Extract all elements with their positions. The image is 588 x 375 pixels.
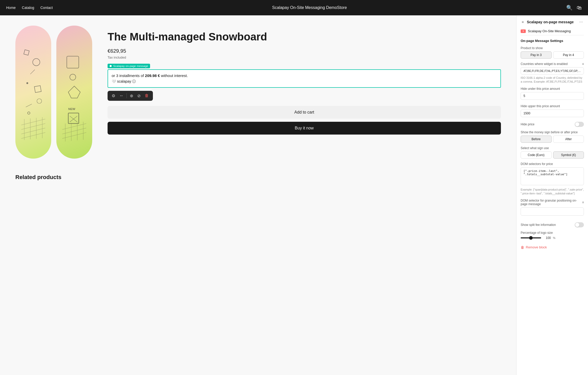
right-panel: ≡ Scalapay on-page message ⋯ S Scalapay … (516, 15, 588, 375)
sign-group: Code (Euro) Symbol (€) (521, 151, 584, 159)
product-to-show-label: Product to show (521, 46, 584, 50)
toolbar-settings-icon[interactable]: ⚙ (110, 92, 117, 99)
show-split-fee-toggle[interactable] (575, 222, 584, 227)
nav-home[interactable]: Home (6, 6, 16, 10)
product-to-show-section: Product to show Pay in 3 Pay in 4 (521, 46, 584, 59)
top-navigation: Home Catalog Contact Scalapay On-Site Me… (0, 0, 588, 15)
scalapay-badge-container: Scalapay on-page message or 3 installmen… (108, 63, 501, 88)
remove-block-label: Remove block (526, 245, 547, 249)
product-title: The Multi-managed Snowboard (108, 31, 501, 43)
hide-upper-section: Hide upper this price amount (521, 104, 584, 119)
symbol-euro-button[interactable]: Symbol (€) (553, 151, 584, 159)
panel-title: Scalapay on-page message (527, 20, 574, 24)
installment-amount: 209.98 € (145, 73, 160, 78)
hide-under-input[interactable] (521, 92, 584, 100)
snowboard-decal-1 (15, 26, 51, 159)
dom-granular-icon: ≡ (582, 201, 584, 204)
product-images: NEW (15, 26, 92, 159)
toolbar-delete-icon[interactable]: 🗑 (143, 92, 150, 99)
product-details: The Multi-managed Snowboard €629,95 Tax … (108, 26, 501, 135)
related-products-title: Related products (15, 174, 501, 181)
hide-price-toggle[interactable] (575, 122, 584, 127)
money-sign-section: Show the money sign before or after pric… (521, 130, 584, 143)
hide-upper-label: Hide upper this price amount (521, 104, 584, 108)
logo-size-slider[interactable] (521, 237, 541, 238)
logo-size-section: Percentage of logo size 100 % (521, 231, 584, 240)
search-icon[interactable]: 🔍 (566, 5, 573, 11)
scalapay-info-icon[interactable]: ⓘ (132, 79, 136, 84)
snowboard-image-2: NEW (56, 26, 92, 159)
store-content: NEW (0, 15, 516, 375)
plugin-logo: S (521, 29, 526, 33)
money-before-button[interactable]: Before (521, 136, 552, 143)
svg-rect-4 (34, 86, 41, 93)
dom-granular-input[interactable] (521, 207, 584, 216)
svg-point-3 (26, 82, 28, 84)
panel-header-left: ≡ Scalapay on-page message (521, 19, 574, 25)
plugin-name: Scalapay On-Site Messaging (528, 29, 571, 33)
svg-rect-0 (24, 50, 29, 55)
scalapay-brand: scalapay (117, 79, 131, 84)
hide-upper-input[interactable] (521, 109, 584, 117)
nav-links: Home Catalog Contact (6, 6, 53, 10)
nav-catalog[interactable]: Catalog (22, 6, 34, 10)
section-heading: On-page Message Settings (521, 39, 584, 43)
product-area: NEW (15, 26, 501, 159)
snowboard-image-1 (15, 26, 51, 159)
svg-line-9 (21, 124, 45, 129)
show-split-fee-label: Show split fee information (521, 223, 556, 227)
hide-price-row: Hide price (521, 122, 584, 127)
panel-database-icon[interactable]: ≡ (521, 19, 525, 25)
svg-point-1 (33, 59, 40, 66)
product-price: €629,95 (108, 48, 501, 54)
scalapay-heart: 🤍 (112, 79, 116, 84)
add-to-cart-button[interactable]: Add to cart (108, 106, 501, 119)
svg-line-25 (62, 133, 86, 138)
dom-selectors-section: DOM selectors for price [".price-item--l… (521, 162, 584, 196)
toolbar-copy-icon[interactable]: ⊕ (128, 92, 135, 99)
panel-more-icon[interactable]: ⋯ (578, 19, 584, 25)
toolbar-separator (127, 93, 127, 98)
installment-text: or 3 installments of (112, 73, 145, 78)
show-split-fee-row: Show split fee information (521, 222, 584, 227)
toolbar-resize-icon[interactable]: ↔ (118, 92, 125, 99)
scalapay-badge-dot (110, 65, 112, 67)
dom-granular-label: DOM selector for granular positioning on… (521, 199, 584, 206)
countries-hint: ISO 3166-1 alpha-2 code of Country, deli… (521, 76, 584, 84)
dom-selectors-hint: Example: ["span[data-product-price]", ".… (521, 188, 584, 196)
plugin-row: S Scalapay On-Site Messaging (521, 27, 584, 35)
svg-line-2 (30, 70, 35, 74)
countries-input[interactable] (521, 67, 584, 74)
logo-size-slider-row: 100 % (521, 236, 584, 240)
svg-text:NEW: NEW (68, 107, 76, 111)
toolbar-disable-icon[interactable]: ⊘ (136, 92, 142, 99)
remove-block-button[interactable]: 🗑 Remove block (521, 243, 547, 251)
dom-selectors-label: DOM selectors for price (521, 162, 584, 166)
hide-price-toggle-knob (575, 122, 579, 126)
svg-point-7 (28, 112, 30, 114)
hide-under-label: Hide under this price amount (521, 87, 584, 91)
nav-contact[interactable]: Contact (40, 6, 53, 10)
scalapay-badge[interactable]: Scalapay on-page message (108, 64, 150, 68)
installment-suffix: without interest. (160, 73, 188, 78)
svg-line-8 (21, 119, 45, 125)
money-after-button[interactable]: After (553, 136, 584, 143)
money-sign-group: Before After (521, 136, 584, 143)
scalapay-message-box: or 3 installments of 209.98 € without in… (108, 69, 501, 88)
product-option-group: Pay in 3 Pay in 4 (521, 51, 584, 59)
cart-icon[interactable]: 🛍 (577, 5, 582, 11)
scalapay-badge-label: Scalapay on-page message (113, 64, 148, 68)
svg-rect-16 (67, 56, 79, 68)
buy-it-now-button[interactable]: Buy it now (108, 122, 501, 135)
pay-in-4-button[interactable]: Pay in 4 (553, 51, 584, 59)
scalapay-logo-line: 🤍 scalapay ⓘ (112, 79, 497, 84)
panel-header: ≡ Scalapay on-page message ⋯ (521, 19, 584, 25)
pay-in-3-button[interactable]: Pay in 3 (521, 51, 552, 59)
main-layout: NEW (0, 15, 588, 375)
svg-line-11 (21, 133, 45, 138)
svg-line-24 (62, 128, 86, 134)
snowboard-decal-2: NEW (56, 26, 92, 159)
dom-selectors-textarea[interactable]: [".price-item--last", ".totals__subtotal… (521, 167, 584, 185)
code-euro-button[interactable]: Code (Euro) (521, 151, 552, 159)
toolbar-popup: ⚙ ↔ ⊕ ⊘ 🗑 (108, 91, 153, 101)
